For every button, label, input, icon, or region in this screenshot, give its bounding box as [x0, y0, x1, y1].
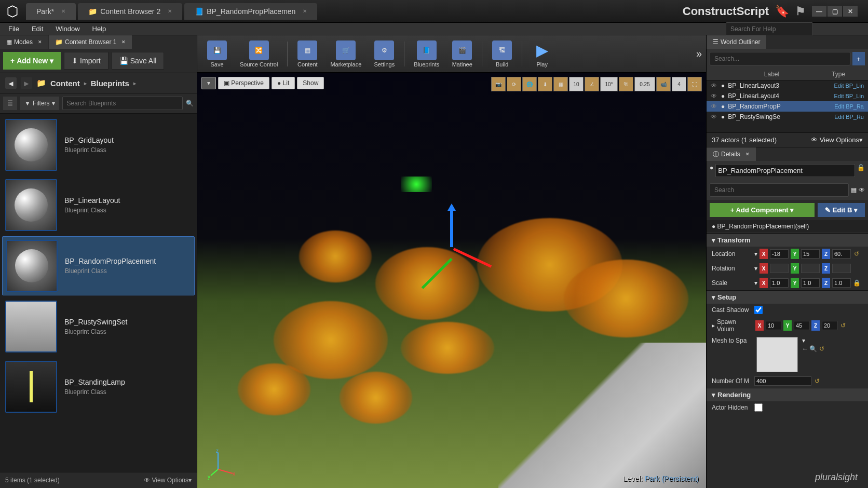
section-setup[interactable]: ▾ Setup	[707, 290, 868, 304]
list-view-toggle[interactable]: ☰	[3, 97, 17, 110]
chevron-right-icon[interactable]: ▸	[84, 80, 87, 86]
spawn-z-input[interactable]	[822, 321, 837, 330]
outliner-row[interactable]: 👁●BP_LinearLayout4Edit BP_Lin	[707, 91, 868, 101]
viewport[interactable]: ▾ ▣ Perspective ● Lit Show 📷 ⟳ 🌐 ⬇ ▦ 10 …	[197, 73, 706, 488]
save-all-button[interactable]: 💾Save All	[112, 52, 165, 70]
edit-link[interactable]: Edit BP_Ru	[834, 114, 864, 120]
menu-edit[interactable]: Edit	[25, 23, 49, 35]
close-icon[interactable]: ✕	[168, 8, 172, 14]
scale-snap-icon[interactable]: %	[619, 77, 633, 91]
column-label[interactable]: Label	[712, 71, 832, 78]
angle-value[interactable]: 10°	[600, 77, 618, 91]
realtime-icon[interactable]: ⟳	[507, 77, 521, 91]
asset-item[interactable]: BP_LinearLayoutBlueprint Class	[2, 176, 195, 234]
chevron-right-icon[interactable]: ▸	[133, 80, 136, 86]
filters-button[interactable]: ▼Filters▾	[20, 97, 59, 110]
edit-link[interactable]: Edit BP_Lin	[834, 93, 864, 99]
nav-forward-button[interactable]: ►	[21, 77, 32, 89]
asset-item[interactable]: BP_StandingLampBlueprint Class	[2, 358, 195, 416]
game-view-icon[interactable]: 📷	[491, 77, 506, 91]
view-options-button[interactable]: 👁 View Options▾	[811, 136, 863, 144]
location-x-input[interactable]	[770, 249, 789, 259]
column-type[interactable]: Type	[832, 71, 863, 78]
add-actor-button[interactable]: +	[852, 52, 865, 65]
blueprints-button[interactable]: 📘Blueprints	[409, 38, 444, 70]
reset-icon[interactable]: ↺	[840, 322, 848, 329]
menu-window[interactable]: Window	[49, 23, 86, 35]
eye-icon[interactable]: 👁	[711, 82, 718, 89]
reset-icon[interactable]: ↺	[854, 250, 861, 257]
rotation-y-input[interactable]	[801, 264, 820, 273]
asset-item[interactable]: BP_RustySwingSetBlueprint Class	[2, 297, 195, 356]
tab-world-outliner[interactable]: ☰World Outliner	[707, 35, 766, 49]
source-control-button[interactable]: 🔀Source Control	[235, 38, 283, 70]
build-button[interactable]: 🏗Build	[486, 38, 518, 70]
marketplace-button[interactable]: 🛒Marketplace	[325, 38, 367, 70]
show-button[interactable]: Show	[297, 77, 324, 89]
selected-actor-name[interactable]	[715, 164, 855, 177]
window-close[interactable]: ✕	[843, 6, 858, 17]
scale-y-input[interactable]	[801, 278, 820, 288]
bookmark-icon[interactable]: 🔖	[775, 5, 789, 18]
lock-scale-icon[interactable]: 🔒	[853, 279, 861, 287]
use-selected-icon[interactable]: ←	[802, 345, 808, 353]
breadcrumb-content[interactable]: Content	[50, 79, 80, 88]
number-of-meshes-input[interactable]	[754, 376, 811, 386]
camera-speed-icon[interactable]: 📹	[656, 77, 671, 91]
play-button[interactable]: ▶Play	[526, 38, 558, 70]
location-y-input[interactable]	[801, 249, 820, 259]
rotation-z-input[interactable]	[832, 264, 851, 273]
search-blueprints-input[interactable]	[62, 97, 183, 110]
menu-file[interactable]: File	[2, 23, 25, 35]
dropdown-icon[interactable]: ▾	[802, 337, 826, 344]
import-button[interactable]: ⬇Import	[64, 52, 108, 70]
lit-button[interactable]: ● Lit	[272, 77, 295, 89]
edit-link[interactable]: Edit BP_Lin	[834, 83, 864, 89]
tab-park[interactable]: Park*✕	[26, 3, 76, 20]
asset-item[interactable]: BP_GridLayoutBlueprint Class	[2, 116, 195, 174]
tab-details[interactable]: ⓘDetails✕	[707, 147, 756, 161]
expand-icon[interactable]: ▸	[712, 322, 715, 329]
angle-snap-icon[interactable]: ∠	[585, 77, 599, 91]
surface-snap-icon[interactable]: ⬇	[538, 77, 552, 91]
eye-icon[interactable]: 👁	[859, 186, 865, 194]
matrix-icon[interactable]: ▦	[851, 186, 857, 194]
eye-icon[interactable]: 👁	[711, 103, 718, 110]
close-icon[interactable]: ✕	[38, 39, 42, 45]
tab-bp-random-prop[interactable]: 📘BP_RandomPropPlacemen✕	[184, 3, 317, 20]
add-component-button[interactable]: + Add Component ▾	[710, 203, 815, 217]
location-z-input[interactable]	[832, 249, 851, 259]
eye-icon[interactable]: 👁	[711, 92, 718, 100]
close-icon[interactable]: ✕	[121, 39, 126, 45]
mesh-thumbnail[interactable]	[756, 337, 798, 372]
breadcrumb-blueprints[interactable]: Blueprints	[91, 79, 129, 88]
lock-icon[interactable]: 🔓	[857, 164, 865, 177]
search-help-input[interactable]	[726, 22, 813, 36]
section-transform[interactable]: ▾ Transform	[707, 233, 868, 247]
component-self[interactable]: ● BP_RandomPropPlacement(self)	[707, 220, 868, 233]
actor-hidden-checkbox[interactable]	[754, 403, 763, 412]
grid-snap-icon[interactable]: ▦	[553, 77, 568, 91]
maximize-viewport-icon[interactable]: ⛶	[687, 77, 702, 91]
cast-shadow-checkbox[interactable]	[754, 306, 763, 314]
grid-size[interactable]: 10	[569, 77, 584, 91]
close-icon[interactable]: ✕	[61, 8, 65, 14]
outliner-row[interactable]: 👁●BP_RustySwingSeEdit BP_Ru	[707, 112, 868, 122]
matinee-button[interactable]: 🎬Matinee	[446, 38, 478, 70]
eye-icon[interactable]: 👁	[711, 113, 718, 120]
add-new-button[interactable]: +Add New ▾	[3, 52, 61, 70]
outliner-row[interactable]: 👁●BP_LinearLayout3Edit BP_Lin	[707, 80, 868, 91]
spawn-y-input[interactable]	[794, 321, 809, 330]
globe-icon[interactable]: 🌐	[522, 77, 537, 91]
window-maximize[interactable]: ▢	[828, 6, 842, 17]
reset-icon[interactable]: ↺	[815, 377, 822, 385]
section-rendering[interactable]: ▾ Rendering	[707, 388, 868, 401]
save-button[interactable]: 💾Save	[201, 38, 233, 70]
tab-modes[interactable]: ▦Modes✕	[0, 35, 48, 49]
close-icon[interactable]: ✕	[303, 8, 307, 14]
edit-blueprint-button[interactable]: ✎ Edit B ▾	[818, 203, 865, 217]
flag-icon[interactable]: ⚑	[795, 5, 806, 18]
browse-icon[interactable]: 🔍	[809, 345, 817, 353]
asset-item[interactable]: BP_RandomPropPlacementBlueprint Class	[2, 236, 195, 295]
tab-content-browser-2[interactable]: 📁Content Browser 2✕	[78, 3, 182, 20]
